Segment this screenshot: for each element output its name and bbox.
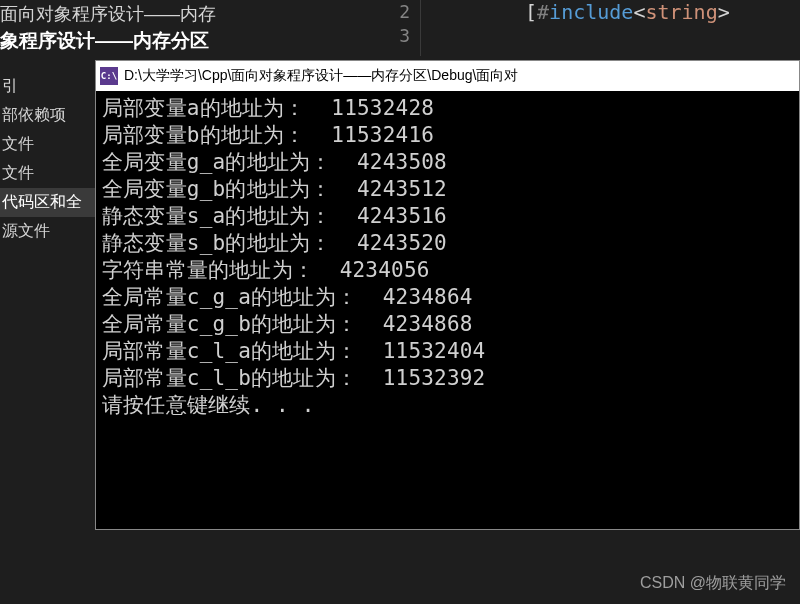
console-line: 全局常量c_g_a的地址为： 4234864 bbox=[102, 285, 473, 309]
sidebar-item[interactable]: 文件 bbox=[0, 130, 95, 159]
sidebar-item[interactable]: 引 bbox=[0, 72, 95, 101]
line-number: 3 bbox=[390, 24, 410, 48]
console-line: 局部常量c_l_a的地址为： 11532404 bbox=[102, 339, 485, 363]
console-line: 全局常量c_g_b的地址为： 4234868 bbox=[102, 312, 473, 336]
console-output[interactable]: 局部变量a的地址为： 11532428 局部变量b的地址为： 11532416 … bbox=[96, 91, 799, 529]
sidebar-item[interactable]: 文件 bbox=[0, 159, 95, 188]
vs-tab-title: 面向对象程序设计——内存 bbox=[0, 0, 216, 28]
console-line: 全局变量g_b的地址为： 4243512 bbox=[102, 177, 447, 201]
console-window[interactable]: C:\ D:\大学学习\Cpp\面向对象程序设计——内存分区\Debug\面向对… bbox=[95, 60, 800, 530]
editor-divider bbox=[420, 0, 421, 56]
console-line: 局部常量c_l_b的地址为： 11532392 bbox=[102, 366, 485, 390]
console-line: 请按任意键继续. . . bbox=[102, 393, 315, 417]
console-title-text: D:\大学学习\Cpp\面向对象程序设计——内存分区\Debug\面向对 bbox=[124, 67, 518, 85]
editor-line-numbers: 2 3 bbox=[390, 0, 410, 48]
console-line: 字符串常量的地址为： 4234056 bbox=[102, 258, 430, 282]
console-line: 静态变量s_a的地址为： 4243516 bbox=[102, 204, 447, 228]
console-line: 静态变量s_b的地址为： 4243520 bbox=[102, 231, 447, 255]
console-titlebar[interactable]: C:\ D:\大学学习\Cpp\面向对象程序设计——内存分区\Debug\面向对 bbox=[96, 61, 799, 91]
sidebar-item-selected[interactable]: 代码区和全 bbox=[0, 188, 95, 217]
sidebar-item[interactable]: 部依赖项 bbox=[0, 101, 95, 130]
code-editor-line[interactable]: [#include<string> bbox=[525, 0, 730, 24]
cmd-icon: C:\ bbox=[100, 67, 118, 85]
console-line: 局部变量b的地址为： 11532416 bbox=[102, 123, 434, 147]
line-number: 2 bbox=[390, 0, 410, 24]
console-line: 局部变量a的地址为： 11532428 bbox=[102, 96, 434, 120]
solution-explorer[interactable]: 引 部依赖项 文件 文件 代码区和全 源文件 bbox=[0, 72, 95, 246]
vs-project-title: 象程序设计——内存分区 bbox=[0, 28, 209, 54]
console-line: 全局变量g_a的地址为： 4243508 bbox=[102, 150, 447, 174]
sidebar-item[interactable]: 源文件 bbox=[0, 217, 95, 246]
watermark: CSDN @物联黄同学 bbox=[640, 573, 786, 594]
